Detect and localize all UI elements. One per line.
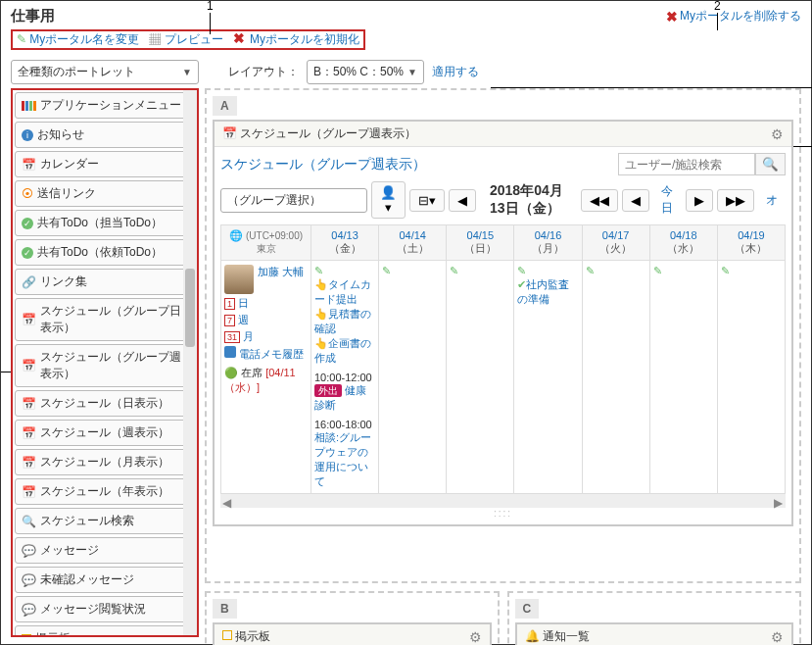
- options-link[interactable]: オ: [758, 192, 786, 209]
- pencil-icon[interactable]: ✎: [653, 265, 662, 276]
- pencil-icon[interactable]: ✎: [586, 265, 595, 276]
- user-view-link[interactable]: 週: [238, 314, 249, 325]
- day-cell[interactable]: ✎: [717, 261, 785, 494]
- user-view-link[interactable]: 日: [238, 297, 249, 309]
- zone-b-label: B: [213, 599, 237, 619]
- apply-button[interactable]: 適用する: [432, 64, 479, 80]
- event-link[interactable]: 社内監査の準備: [517, 278, 569, 305]
- delete-portal-link[interactable]: ✖ Myポータルを削除する: [666, 8, 801, 25]
- group-select[interactable]: （グループ選択）: [220, 188, 367, 213]
- portlet-item-label: スケジュール検索: [40, 513, 134, 529]
- tz-label: (UTC+09:00): [246, 230, 303, 241]
- category-select-label: 全種類のポートレット: [18, 64, 135, 80]
- portlet-item-label: スケジュール（週表示）: [40, 424, 169, 441]
- day-cell[interactable]: ✎: [582, 261, 649, 494]
- portlet-list-item[interactable]: 📅スケジュール（月表示）: [15, 449, 195, 475]
- portlet-item-label: 未確認メッセージ: [40, 571, 134, 588]
- day-header[interactable]: 04/15（日）: [447, 225, 514, 261]
- last-button[interactable]: ▶▶: [717, 189, 754, 212]
- portlet-item-label: メッセージ: [40, 542, 99, 559]
- chevron-right-icon: ▶: [694, 193, 704, 208]
- day-cell[interactable]: ✎: [447, 261, 514, 494]
- portlet-list-item[interactable]: 📅スケジュール（日表示）: [15, 390, 195, 417]
- scrollbar-vertical[interactable]: [183, 90, 197, 635]
- preview-link[interactable]: ▦ プレビュー: [149, 31, 222, 48]
- portlet-list-item[interactable]: iお知らせ: [15, 122, 195, 148]
- portlet-list-item[interactable]: 📅スケジュール（年表示）: [15, 478, 195, 505]
- day-cell[interactable]: ✎: [649, 261, 717, 494]
- gear-icon[interactable]: ⚙: [469, 629, 482, 645]
- schedule-title-link[interactable]: スケジュール（グループ週表示）: [220, 156, 426, 174]
- user-view-link[interactable]: 電話メモ履歴: [239, 348, 304, 360]
- gear-icon[interactable]: ⚙: [771, 126, 784, 142]
- day-header[interactable]: 04/14（土）: [379, 225, 447, 261]
- pencil-icon[interactable]: ✎: [450, 265, 458, 276]
- prev-button[interactable]: ◀: [622, 189, 649, 212]
- portlet-item-label: 共有ToDo（依頼ToDo）: [37, 244, 163, 261]
- delete-icon: ✖: [666, 10, 678, 24]
- portlet-list-item[interactable]: 🔗リンク集: [15, 269, 195, 295]
- page-title: 仕事用: [11, 7, 55, 25]
- user-picker-button[interactable]: 👤▾: [371, 181, 406, 219]
- layout-select[interactable]: B：50% C：50% ▼: [307, 60, 424, 84]
- day-cell[interactable]: ✎: [379, 261, 447, 494]
- portlet-list-item[interactable]: 💬メッセージ閲覧状況: [15, 596, 195, 622]
- day-header[interactable]: 04/17（火）: [582, 225, 649, 261]
- portlet-list-panel: アプリケーションメニューiお知らせ📅カレンダー⦿送信リンク✓共有ToDo（担当T…: [11, 88, 199, 637]
- search-button[interactable]: 🔍: [755, 153, 786, 175]
- portlet-item-label: カレンダー: [40, 156, 99, 173]
- day-header[interactable]: 04/19（木）: [717, 225, 785, 261]
- user-view-link[interactable]: 月: [243, 330, 254, 342]
- bell-icon: 🔔: [525, 629, 540, 643]
- portlet-list-item[interactable]: ✓共有ToDo（依頼ToDo）: [15, 239, 195, 266]
- search-icon: 🔍: [762, 157, 779, 172]
- preview-label: プレビュー: [165, 32, 223, 46]
- portlet-category-select[interactable]: 全種類のポートレット ▼: [11, 60, 199, 84]
- portlet-list-item[interactable]: 📅スケジュール（グループ日表示）: [15, 298, 195, 341]
- user-name-link[interactable]: 加藤 大輔: [258, 265, 304, 279]
- pencil-icon[interactable]: ✎: [517, 265, 526, 276]
- pencil-icon[interactable]: ✎: [314, 265, 323, 276]
- portlet-list-item[interactable]: 💬未確認メッセージ: [15, 567, 195, 593]
- gear-icon[interactable]: ⚙: [771, 629, 784, 645]
- day-cell[interactable]: ✎✔社内監査の準備: [514, 261, 582, 494]
- prev-day-button[interactable]: ◀: [449, 189, 476, 212]
- event-link[interactable]: 相談:グループウェアの運用について: [314, 431, 371, 487]
- portlet-list-item[interactable]: 🔍スケジュール検索: [15, 508, 195, 534]
- layout-label: レイアウト：: [228, 64, 299, 80]
- portlet-list-item[interactable]: 💬メッセージ: [15, 537, 195, 564]
- portlet-list-item[interactable]: 掲示板: [15, 625, 195, 637]
- day-header[interactable]: 04/16（月）: [514, 225, 582, 261]
- date-display: 2018年04月13日（金）: [480, 182, 577, 218]
- rename-portal-link[interactable]: ✎ Myポータル名を変更: [17, 31, 139, 48]
- tz-city: 東京: [257, 243, 276, 254]
- portlet-list-item[interactable]: ⦿送信リンク: [15, 180, 195, 207]
- portlet-item-label: リンク集: [40, 273, 87, 290]
- chevron-left-icon: ◀: [631, 193, 641, 208]
- portlet-list-item[interactable]: アプリケーションメニュー: [15, 92, 195, 119]
- chevron-down-icon: ▼: [407, 67, 417, 77]
- portlet-item-label: メッセージ閲覧状況: [40, 601, 146, 618]
- portlet-list-item[interactable]: 📅スケジュール（週表示）: [15, 420, 195, 446]
- portlet-list-item[interactable]: 📅カレンダー: [15, 151, 195, 177]
- drag-handle[interactable]: ::::: [220, 508, 786, 519]
- day-cell[interactable]: ✎👆タイムカード提出👆見積書の確認👆企画書の作成10:00-12:00外出 健康…: [311, 261, 379, 494]
- first-button[interactable]: ◀◀: [581, 189, 618, 212]
- portlet-item-label: 共有ToDo（担当ToDo）: [37, 215, 163, 231]
- portlet-item-label: 掲示板: [35, 630, 71, 637]
- next-button[interactable]: ▶: [686, 189, 713, 212]
- user-search-input[interactable]: [618, 153, 755, 175]
- portlet-list-item[interactable]: 📅スケジュール（グループ週表示）: [15, 344, 195, 387]
- day-header[interactable]: 04/13（金）: [311, 225, 379, 261]
- reset-portal-link[interactable]: ✖ Myポータルを初期化: [233, 31, 359, 48]
- portlet-list-item[interactable]: ✓共有ToDo（担当ToDo）: [15, 210, 195, 236]
- pencil-icon[interactable]: ✎: [721, 265, 730, 276]
- annotation-2: 2: [714, 0, 721, 13]
- zone-c-label: C: [515, 599, 540, 619]
- options-button[interactable]: ⊟▾: [409, 189, 445, 212]
- day-header[interactable]: 04/18（水）: [649, 225, 717, 261]
- today-button[interactable]: 今日: [653, 183, 682, 217]
- pencil-icon[interactable]: ✎: [382, 265, 391, 276]
- scrollbar-horizontal[interactable]: ◀ ▶: [220, 494, 786, 508]
- schedule-portlet: 📅 スケジュール（グループ週表示） ⚙ スケジュール（グループ週表示） 🔍: [213, 120, 793, 526]
